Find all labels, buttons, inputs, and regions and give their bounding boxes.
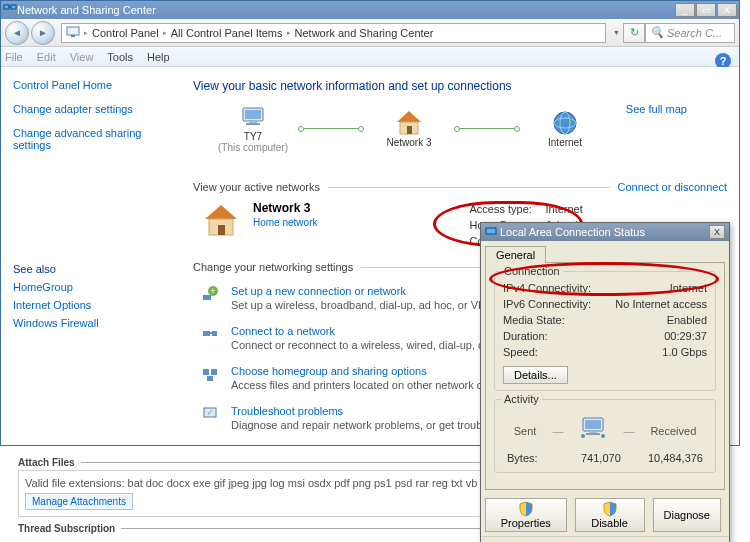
manage-attachments-button[interactable]: Manage Attachments <box>25 493 133 510</box>
dialog-close-icon[interactable]: X <box>709 225 725 239</box>
dialog-titlebar[interactable]: Local Area Connection Status X <box>481 223 729 241</box>
network-type-link[interactable]: Home network <box>253 217 317 228</box>
properties-button[interactable]: Properties <box>485 498 567 532</box>
svg-point-12 <box>554 112 576 134</box>
back-button[interactable]: ◄ <box>5 21 29 45</box>
svg-rect-4 <box>71 35 75 37</box>
svg-rect-22 <box>212 331 217 336</box>
svg-rect-21 <box>203 331 210 336</box>
svg-rect-8 <box>246 123 260 125</box>
seealso-homegroup[interactable]: HomeGroup <box>13 281 99 293</box>
svg-point-34 <box>581 434 585 438</box>
svg-rect-33 <box>586 433 600 435</box>
svg-rect-3 <box>67 27 79 35</box>
new-connection-icon: + <box>201 285 221 311</box>
svg-rect-32 <box>589 431 597 433</box>
svg-rect-20 <box>203 295 211 300</box>
computer-icon <box>213 103 293 131</box>
connect-disconnect-link[interactable]: Connect or disconnect <box>610 181 727 193</box>
svg-point-35 <box>601 434 605 438</box>
svg-rect-25 <box>211 369 217 375</box>
connection-group-label: Connection <box>501 265 563 277</box>
svg-rect-1 <box>11 5 16 9</box>
see-also: See also HomeGroup Internet Options Wind… <box>13 263 99 335</box>
speed-value: 1.0 Gbps <box>662 344 707 360</box>
svg-rect-24 <box>203 369 209 375</box>
titlebar[interactable]: Network and Sharing Center _ ▭ X <box>1 1 739 19</box>
close-button[interactable]: X <box>717 3 737 17</box>
menu-view[interactable]: View <box>70 51 94 63</box>
search-input[interactable]: 🔍 Search C... <box>645 23 735 43</box>
tab-general[interactable]: General <box>485 246 546 263</box>
dialog-title: Local Area Connection Status <box>500 226 645 238</box>
cp-home-link[interactable]: Control Panel Home <box>13 79 149 91</box>
connect-network-link[interactable]: Connect to a network <box>231 325 335 337</box>
duration-value: 00:29:37 <box>664 328 707 344</box>
active-networks-label: View your active networks <box>193 181 328 193</box>
refresh-button[interactable]: ↻ <box>623 23 645 43</box>
seealso-firewall[interactable]: Windows Firewall <box>13 317 99 329</box>
window-title: Network and Sharing Center <box>17 4 675 16</box>
cp-icon <box>66 26 80 40</box>
change-settings-label: Change your networking settings <box>193 261 361 273</box>
menu-tools[interactable]: Tools <box>107 51 133 63</box>
menu-help[interactable]: Help <box>147 51 170 63</box>
received-label: Received <box>650 425 696 437</box>
media-state-value: Enabled <box>667 312 707 328</box>
crumb-2[interactable]: All Control Panel Items <box>171 27 283 39</box>
svg-rect-6 <box>245 110 261 119</box>
navbar: ◄ ► ▸ Control Panel ▸ All Control Panel … <box>1 19 739 47</box>
sidebar: Control Panel Home Change adapter settin… <box>1 67 161 445</box>
disable-button[interactable]: Disable <box>575 498 645 532</box>
shield-icon <box>602 504 618 516</box>
node-internet: Internet <box>525 109 605 148</box>
forward-button[interactable]: ► <box>31 21 55 45</box>
globe-icon <box>525 109 605 137</box>
menubar: File Edit View Tools Help <box>1 47 739 67</box>
homegroup-icon <box>201 365 221 391</box>
activity-computer-icon <box>579 416 607 446</box>
svg-rect-7 <box>249 121 257 123</box>
troubleshoot-link[interactable]: Troubleshoot problems <box>231 405 343 417</box>
svg-text:✓: ✓ <box>207 408 214 417</box>
history-dropdown-icon[interactable]: ▼ <box>610 29 623 36</box>
diagnose-button[interactable]: Diagnose <box>653 498 721 532</box>
svg-rect-17 <box>218 225 225 235</box>
app-icon <box>3 2 17 18</box>
maximize-button[interactable]: ▭ <box>696 3 716 17</box>
breadcrumb[interactable]: ▸ Control Panel ▸ All Control Panel Item… <box>61 23 606 43</box>
menu-edit[interactable]: Edit <box>37 51 56 63</box>
sent-label: Sent <box>514 425 537 437</box>
network-name: Network 3 <box>253 201 317 215</box>
svg-marker-9 <box>397 111 421 122</box>
search-icon: 🔍 <box>650 26 664 39</box>
ipv4-value: Internet <box>670 280 707 296</box>
shield-icon <box>518 504 534 516</box>
ipv6-value: No Internet access <box>615 296 707 312</box>
details-button[interactable]: Details... <box>503 366 568 384</box>
map-link-2 <box>457 128 517 129</box>
advanced-sharing-link[interactable]: Change advanced sharing settings <box>13 127 149 151</box>
svg-rect-0 <box>4 5 9 9</box>
bytes-received: 10,484,376 <box>648 450 703 466</box>
seealso-internet-options[interactable]: Internet Options <box>13 299 99 311</box>
minimize-button[interactable]: _ <box>675 3 695 17</box>
dialog-icon <box>485 225 497 239</box>
svg-rect-11 <box>407 126 412 134</box>
homegroup-options-link[interactable]: Choose homegroup and sharing options <box>231 365 427 377</box>
map-link-1 <box>301 128 361 129</box>
svg-text:+: + <box>210 286 215 296</box>
house-icon <box>369 109 449 137</box>
adapter-settings-link[interactable]: Change adapter settings <box>13 103 149 115</box>
crumb-1[interactable]: Control Panel <box>92 27 159 39</box>
node-network: Network 3 <box>369 109 449 148</box>
svg-rect-31 <box>585 420 601 429</box>
crumb-3[interactable]: Network and Sharing Center <box>295 27 434 39</box>
lan-status-dialog: Local Area Connection Status X General C… <box>480 222 730 542</box>
menu-file[interactable]: File <box>5 51 23 63</box>
setup-connection-link[interactable]: Set up a new connection or network <box>231 285 406 297</box>
svg-rect-29 <box>486 228 496 234</box>
see-full-map-link[interactable]: See full map <box>626 103 687 115</box>
svg-marker-15 <box>205 205 237 219</box>
node-this-pc: TY7 (This computer) <box>213 103 293 153</box>
